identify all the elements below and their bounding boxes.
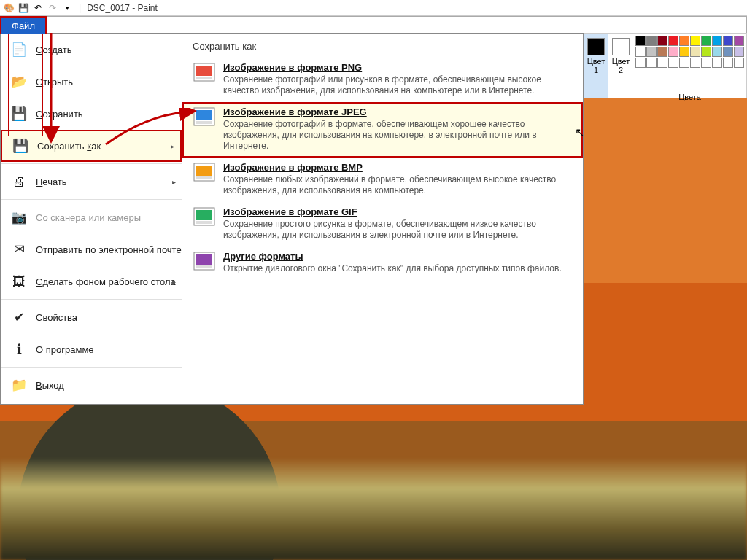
document-title: DSC_0017 - Paint (87, 3, 158, 13)
color2-swatch (612, 38, 630, 55)
qat-undo-icon[interactable]: ↶ (32, 2, 44, 14)
file-menu-exit[interactable]: 📁Выход (1, 369, 182, 401)
file-menu-new[interactable]: 📄Создать (1, 34, 182, 66)
color1-swatch (587, 38, 605, 55)
palette-swatch[interactable] (712, 36, 722, 46)
paint-app-icon: 🎨 (3, 2, 15, 14)
submenu-arrow-icon: ▸ (172, 178, 176, 186)
svg-rect-13 (196, 254, 212, 265)
file-menu-props[interactable]: ✔Свойства (1, 301, 182, 333)
svg-rect-11 (196, 221, 212, 224)
format-description: Сохранение простого рисунка в формате, о… (223, 219, 573, 241)
file-menu-label: Печать (36, 176, 67, 187)
palette-swatch[interactable] (723, 58, 733, 68)
qat-save-icon[interactable]: 💾 (18, 2, 29, 14)
format-png[interactable]: Изображение в формате PNGСохранение фото… (182, 58, 583, 102)
other-format-icon (193, 251, 216, 271)
file-menu-label: Сделать фоном рабочего стола (36, 276, 176, 287)
format-other[interactable]: Другие форматыОткрытие диалогового окна … (182, 246, 583, 280)
palette-swatch[interactable] (646, 47, 657, 57)
svg-rect-2 (196, 77, 212, 79)
palette-swatch[interactable] (690, 58, 700, 68)
format-jpeg[interactable]: Изображение в формате JPEGСохранение фот… (182, 102, 583, 158)
palette-swatch[interactable] (690, 47, 700, 57)
color2-label: Цвет 2 (612, 57, 630, 74)
palette-swatch[interactable] (646, 58, 657, 68)
color2-button[interactable]: Цвет 2 (608, 34, 633, 98)
palette-swatch[interactable] (712, 47, 722, 57)
palette-swatch[interactable] (668, 47, 678, 57)
submenu-arrow-icon: ▸ (171, 142, 174, 150)
print-icon: 🖨 (9, 172, 28, 191)
file-menu-open[interactable]: 📂Открыть (1, 66, 182, 98)
svg-rect-14 (196, 265, 212, 268)
palette-swatch[interactable] (657, 36, 667, 46)
color-palette[interactable]: Цвета (633, 34, 746, 98)
format-description: Сохранение фотографий в формате, обеспеч… (223, 119, 573, 152)
file-menu-label: Сохранить (36, 109, 83, 120)
format-title: Изображение в формате BMP (223, 162, 573, 173)
qat-customize-icon[interactable]: ▾ (61, 2, 73, 14)
svg-rect-10 (196, 210, 212, 220)
save-icon: 💾 (9, 104, 28, 123)
file-menu-label: Отправить по электронной почте (36, 244, 182, 255)
format-bmp[interactable]: Изображение в формате BMPСохранение любы… (182, 158, 583, 202)
palette-swatch[interactable] (646, 36, 657, 46)
file-menu-label: О программе (36, 344, 94, 355)
submenu-arrow-icon: ▸ (172, 278, 176, 286)
palette-swatch[interactable] (712, 58, 722, 68)
new-icon: 📄 (9, 40, 28, 59)
exit-icon: 📁 (9, 376, 28, 394)
file-menu-about[interactable]: ℹО программе (1, 333, 182, 365)
save-as-submenu: Сохранить как Изображение в формате PNGС… (182, 33, 584, 405)
palette-swatch[interactable] (734, 58, 744, 68)
file-menu-saveas[interactable]: 💾Сохранить как▸ (1, 130, 182, 162)
format-description: Открытие диалогового окна "Сохранить как… (223, 263, 573, 274)
palette-swatch[interactable] (635, 58, 646, 68)
palette-swatch[interactable] (701, 58, 711, 68)
jpeg-format-icon (193, 106, 216, 127)
format-description: Сохранение любых изображений в формате, … (223, 174, 573, 196)
palette-swatch[interactable] (701, 47, 711, 57)
palette-swatch[interactable] (679, 36, 689, 46)
palette-swatch[interactable] (679, 58, 689, 68)
svg-rect-1 (196, 66, 212, 76)
file-menu-label: Создать (36, 44, 71, 55)
file-menu-save[interactable]: 💾Сохранить (1, 98, 182, 130)
palette-swatch[interactable] (668, 36, 678, 46)
ribbon-tabs: Файл (0, 16, 747, 34)
svg-rect-7 (196, 166, 212, 176)
palette-swatch[interactable] (734, 36, 744, 46)
palette-swatch[interactable] (679, 47, 689, 57)
menu-separator (1, 199, 182, 200)
format-gif[interactable]: Изображение в формате GIFСохранение прос… (182, 202, 583, 246)
svg-rect-5 (196, 121, 212, 124)
file-menu-label: Свойства (36, 312, 77, 323)
file-menu: 📄Создать📂Открыть💾Сохранить💾Сохранить как… (0, 33, 182, 405)
file-tab[interactable]: Файл (0, 16, 47, 34)
palette-swatch[interactable] (635, 47, 646, 57)
saveas-icon: 💾 (11, 136, 30, 155)
palette-swatch[interactable] (723, 36, 733, 46)
file-menu-email[interactable]: ✉Отправить по электронной почте (1, 233, 182, 265)
palette-swatch[interactable] (723, 47, 733, 57)
props-icon: ✔ (9, 308, 28, 327)
palette-swatch[interactable] (635, 36, 646, 46)
bmp-format-icon (193, 162, 216, 182)
file-menu-print[interactable]: 🖨Печать▸ (1, 166, 182, 198)
color1-button[interactable]: Цвет 1 (584, 34, 608, 98)
palette-swatch[interactable] (701, 36, 711, 46)
palette-swatch[interactable] (690, 36, 700, 46)
ribbon-area (47, 16, 747, 34)
qat-redo-icon[interactable]: ↷ (47, 2, 58, 14)
palette-swatch[interactable] (657, 47, 667, 57)
palette-swatch[interactable] (657, 58, 667, 68)
file-menu-label: Выход (36, 380, 64, 391)
palette-swatch[interactable] (668, 58, 678, 68)
format-description: Сохранение фотографий или рисунков в фор… (223, 74, 573, 96)
file-menu-label: Со сканера или камеры (36, 212, 141, 223)
title-separator: | (79, 3, 81, 13)
file-menu-wallpaper[interactable]: 🖼Сделать фоном рабочего стола▸ (1, 265, 182, 298)
palette-swatch[interactable] (734, 47, 744, 57)
gif-format-icon (193, 206, 216, 227)
